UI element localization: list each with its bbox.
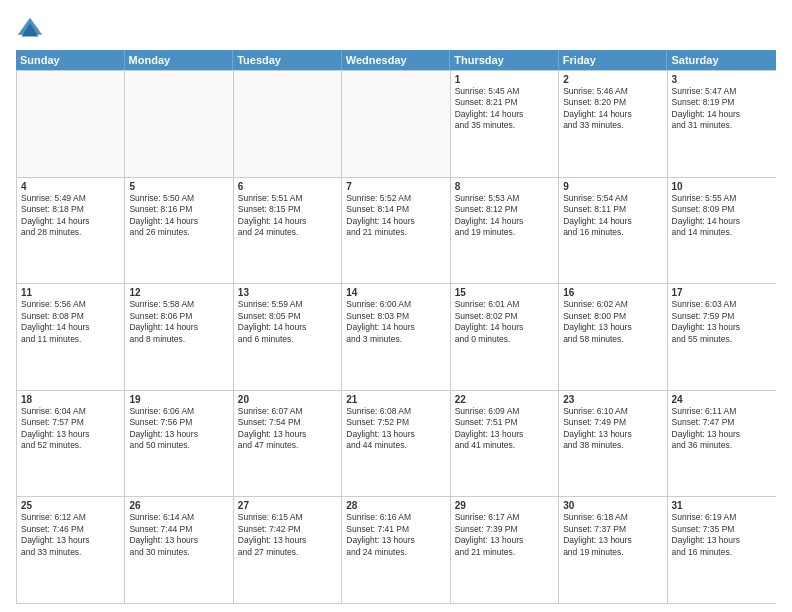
cell-info-text: Sunrise: 6:04 AM Sunset: 7:57 PM Dayligh…	[21, 406, 120, 452]
calendar-cell-11: 11Sunrise: 5:56 AM Sunset: 8:08 PM Dayli…	[17, 284, 125, 390]
day-number: 25	[21, 500, 120, 511]
calendar-cell-7: 7Sunrise: 5:52 AM Sunset: 8:14 PM Daylig…	[342, 178, 450, 284]
cell-info-text: Sunrise: 6:18 AM Sunset: 7:37 PM Dayligh…	[563, 512, 662, 558]
calendar-cell-5: 5Sunrise: 5:50 AM Sunset: 8:16 PM Daylig…	[125, 178, 233, 284]
calendar-cell-18: 18Sunrise: 6:04 AM Sunset: 7:57 PM Dayli…	[17, 391, 125, 497]
calendar-cell-4: 4Sunrise: 5:49 AM Sunset: 8:18 PM Daylig…	[17, 178, 125, 284]
day-number: 12	[129, 287, 228, 298]
cell-info-text: Sunrise: 6:08 AM Sunset: 7:52 PM Dayligh…	[346, 406, 445, 452]
calendar-row-1: 4Sunrise: 5:49 AM Sunset: 8:18 PM Daylig…	[17, 177, 776, 284]
cell-info-text: Sunrise: 6:17 AM Sunset: 7:39 PM Dayligh…	[455, 512, 554, 558]
cell-info-text: Sunrise: 5:55 AM Sunset: 8:09 PM Dayligh…	[672, 193, 772, 239]
day-number: 24	[672, 394, 772, 405]
header-day-wednesday: Wednesday	[342, 50, 451, 70]
logo-icon	[16, 16, 44, 44]
cell-info-text: Sunrise: 6:02 AM Sunset: 8:00 PM Dayligh…	[563, 299, 662, 345]
cell-info-text: Sunrise: 6:01 AM Sunset: 8:02 PM Dayligh…	[455, 299, 554, 345]
calendar-body: 1Sunrise: 5:45 AM Sunset: 8:21 PM Daylig…	[16, 70, 776, 604]
day-number: 17	[672, 287, 772, 298]
cell-info-text: Sunrise: 6:03 AM Sunset: 7:59 PM Dayligh…	[672, 299, 772, 345]
calendar-row-4: 25Sunrise: 6:12 AM Sunset: 7:46 PM Dayli…	[17, 496, 776, 603]
cell-info-text: Sunrise: 6:10 AM Sunset: 7:49 PM Dayligh…	[563, 406, 662, 452]
cell-info-text: Sunrise: 5:56 AM Sunset: 8:08 PM Dayligh…	[21, 299, 120, 345]
calendar-cell-empty-0-2	[234, 71, 342, 177]
calendar-cell-empty-0-3	[342, 71, 450, 177]
header-day-saturday: Saturday	[667, 50, 776, 70]
header	[16, 12, 776, 44]
calendar-header: SundayMondayTuesdayWednesdayThursdayFrid…	[16, 50, 776, 70]
cell-info-text: Sunrise: 6:06 AM Sunset: 7:56 PM Dayligh…	[129, 406, 228, 452]
calendar-cell-2: 2Sunrise: 5:46 AM Sunset: 8:20 PM Daylig…	[559, 71, 667, 177]
header-day-monday: Monday	[125, 50, 234, 70]
cell-info-text: Sunrise: 6:14 AM Sunset: 7:44 PM Dayligh…	[129, 512, 228, 558]
calendar-cell-26: 26Sunrise: 6:14 AM Sunset: 7:44 PM Dayli…	[125, 497, 233, 603]
cell-info-text: Sunrise: 5:51 AM Sunset: 8:15 PM Dayligh…	[238, 193, 337, 239]
calendar-cell-25: 25Sunrise: 6:12 AM Sunset: 7:46 PM Dayli…	[17, 497, 125, 603]
calendar-cell-30: 30Sunrise: 6:18 AM Sunset: 7:37 PM Dayli…	[559, 497, 667, 603]
calendar-cell-23: 23Sunrise: 6:10 AM Sunset: 7:49 PM Dayli…	[559, 391, 667, 497]
calendar-cell-13: 13Sunrise: 5:59 AM Sunset: 8:05 PM Dayli…	[234, 284, 342, 390]
calendar-cell-empty-0-0	[17, 71, 125, 177]
day-number: 21	[346, 394, 445, 405]
calendar-cell-15: 15Sunrise: 6:01 AM Sunset: 8:02 PM Dayli…	[451, 284, 559, 390]
calendar-row-2: 11Sunrise: 5:56 AM Sunset: 8:08 PM Dayli…	[17, 283, 776, 390]
calendar-cell-1: 1Sunrise: 5:45 AM Sunset: 8:21 PM Daylig…	[451, 71, 559, 177]
day-number: 13	[238, 287, 337, 298]
day-number: 28	[346, 500, 445, 511]
cell-info-text: Sunrise: 5:46 AM Sunset: 8:20 PM Dayligh…	[563, 86, 662, 132]
day-number: 18	[21, 394, 120, 405]
header-day-sunday: Sunday	[16, 50, 125, 70]
day-number: 27	[238, 500, 337, 511]
calendar-cell-6: 6Sunrise: 5:51 AM Sunset: 8:15 PM Daylig…	[234, 178, 342, 284]
calendar-cell-31: 31Sunrise: 6:19 AM Sunset: 7:35 PM Dayli…	[668, 497, 776, 603]
header-day-tuesday: Tuesday	[233, 50, 342, 70]
calendar: SundayMondayTuesdayWednesdayThursdayFrid…	[16, 50, 776, 604]
cell-info-text: Sunrise: 5:58 AM Sunset: 8:06 PM Dayligh…	[129, 299, 228, 345]
day-number: 8	[455, 181, 554, 192]
cell-info-text: Sunrise: 6:00 AM Sunset: 8:03 PM Dayligh…	[346, 299, 445, 345]
calendar-cell-29: 29Sunrise: 6:17 AM Sunset: 7:39 PM Dayli…	[451, 497, 559, 603]
header-day-friday: Friday	[559, 50, 668, 70]
day-number: 7	[346, 181, 445, 192]
cell-info-text: Sunrise: 6:19 AM Sunset: 7:35 PM Dayligh…	[672, 512, 772, 558]
day-number: 10	[672, 181, 772, 192]
calendar-row-3: 18Sunrise: 6:04 AM Sunset: 7:57 PM Dayli…	[17, 390, 776, 497]
calendar-cell-22: 22Sunrise: 6:09 AM Sunset: 7:51 PM Dayli…	[451, 391, 559, 497]
day-number: 31	[672, 500, 772, 511]
day-number: 22	[455, 394, 554, 405]
day-number: 1	[455, 74, 554, 85]
calendar-cell-24: 24Sunrise: 6:11 AM Sunset: 7:47 PM Dayli…	[668, 391, 776, 497]
day-number: 16	[563, 287, 662, 298]
cell-info-text: Sunrise: 5:45 AM Sunset: 8:21 PM Dayligh…	[455, 86, 554, 132]
cell-info-text: Sunrise: 5:53 AM Sunset: 8:12 PM Dayligh…	[455, 193, 554, 239]
day-number: 11	[21, 287, 120, 298]
cell-info-text: Sunrise: 5:49 AM Sunset: 8:18 PM Dayligh…	[21, 193, 120, 239]
calendar-cell-16: 16Sunrise: 6:02 AM Sunset: 8:00 PM Dayli…	[559, 284, 667, 390]
calendar-cell-14: 14Sunrise: 6:00 AM Sunset: 8:03 PM Dayli…	[342, 284, 450, 390]
calendar-row-0: 1Sunrise: 5:45 AM Sunset: 8:21 PM Daylig…	[17, 70, 776, 177]
day-number: 30	[563, 500, 662, 511]
day-number: 26	[129, 500, 228, 511]
day-number: 29	[455, 500, 554, 511]
day-number: 5	[129, 181, 228, 192]
calendar-cell-28: 28Sunrise: 6:16 AM Sunset: 7:41 PM Dayli…	[342, 497, 450, 603]
calendar-cell-21: 21Sunrise: 6:08 AM Sunset: 7:52 PM Dayli…	[342, 391, 450, 497]
header-day-thursday: Thursday	[450, 50, 559, 70]
cell-info-text: Sunrise: 5:47 AM Sunset: 8:19 PM Dayligh…	[672, 86, 772, 132]
calendar-cell-3: 3Sunrise: 5:47 AM Sunset: 8:19 PM Daylig…	[668, 71, 776, 177]
logo	[16, 16, 46, 44]
calendar-cell-9: 9Sunrise: 5:54 AM Sunset: 8:11 PM Daylig…	[559, 178, 667, 284]
cell-info-text: Sunrise: 6:16 AM Sunset: 7:41 PM Dayligh…	[346, 512, 445, 558]
cell-info-text: Sunrise: 6:12 AM Sunset: 7:46 PM Dayligh…	[21, 512, 120, 558]
calendar-cell-8: 8Sunrise: 5:53 AM Sunset: 8:12 PM Daylig…	[451, 178, 559, 284]
cell-info-text: Sunrise: 5:50 AM Sunset: 8:16 PM Dayligh…	[129, 193, 228, 239]
day-number: 20	[238, 394, 337, 405]
day-number: 4	[21, 181, 120, 192]
day-number: 6	[238, 181, 337, 192]
calendar-cell-20: 20Sunrise: 6:07 AM Sunset: 7:54 PM Dayli…	[234, 391, 342, 497]
day-number: 3	[672, 74, 772, 85]
calendar-cell-27: 27Sunrise: 6:15 AM Sunset: 7:42 PM Dayli…	[234, 497, 342, 603]
cell-info-text: Sunrise: 5:52 AM Sunset: 8:14 PM Dayligh…	[346, 193, 445, 239]
cell-info-text: Sunrise: 5:59 AM Sunset: 8:05 PM Dayligh…	[238, 299, 337, 345]
page: SundayMondayTuesdayWednesdayThursdayFrid…	[0, 0, 792, 612]
